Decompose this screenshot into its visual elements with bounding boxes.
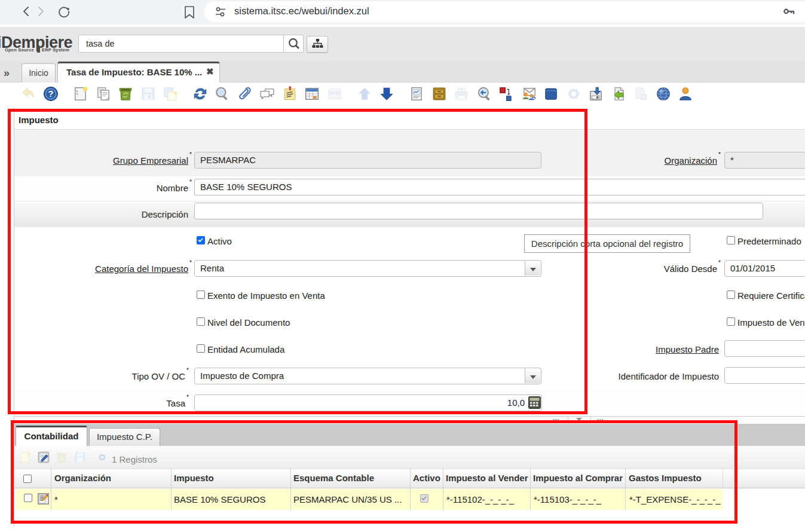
- svg-text:?: ?: [48, 88, 53, 99]
